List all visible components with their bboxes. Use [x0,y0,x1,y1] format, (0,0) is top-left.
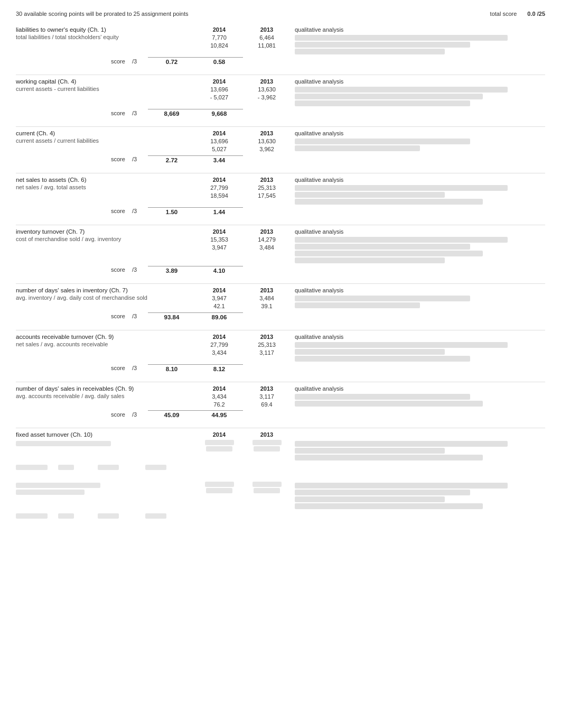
s9-score-row [16,464,545,471]
s7-score-denom: /3 [132,365,148,371]
s4-score2014: 1.50 [148,207,195,215]
s9-val2013-blur [243,440,291,451]
s4-year2013: 2013 [243,177,291,183]
s3-score-label: score [111,156,132,162]
s5-score-denom: /3 [132,266,148,273]
s7-year2014: 2014 [195,334,243,340]
s3-val2014: 13,696 5,027 [195,137,243,154]
s8-title: number of days' sales in receivables (Ch… [16,385,134,392]
s8-year2014: 2014 [195,385,243,392]
s2-val2014: 13,696 - 5,027 [195,86,243,102]
s4-score-denom: /3 [132,208,148,214]
s2-val2013: 13,630 - 3,962 [243,86,291,102]
s4-score-label: score [111,208,132,214]
total-score-value: 0.0 /25 [527,11,545,17]
s7-score-label: score [111,365,132,371]
s1-year2014: 2014 [195,26,243,33]
s7-score2013: 8.12 [195,364,243,372]
s5-year2013: 2013 [243,228,291,235]
section-liabilities-equity: liabilities to owner's equity (Ch. 1) 20… [16,26,545,69]
s2-score2013: 9,668 [195,109,243,117]
s5-val2014: 15,353 3,947 [195,236,243,252]
s5-score2014: 3.89 [148,266,195,274]
s8-val2014: 3,434 76.2 [195,393,243,409]
s5-score-label: score [111,266,132,273]
s8-val2013: 3,117 69.4 [243,393,291,409]
s2-year2014: 2014 [195,78,243,85]
top-bar: 30 available scoring points will be pror… [16,11,545,17]
s1-score-row: score /3 0.72 0.58 [16,57,545,65]
score-area: total score 0.0 /25 [490,11,545,17]
s5-formula: cost of merchandise sold / avg. inventor… [16,236,121,242]
s9-score-row2 [16,512,545,520]
s1-val2013: 6,464 11,081 [243,34,291,50]
section-days-sales-inventory: number of days' sales in inventory (Ch. … [16,287,545,325]
s6-score-denom: /3 [132,313,148,319]
s5-year2014: 2014 [195,228,243,235]
s9-val2014b-blur [195,482,243,493]
s4-formula: net sales / avg. total assets [16,184,86,190]
s8-year2013: 2013 [243,385,291,392]
s6-year2013: 2013 [243,287,291,293]
s5-score2013: 4.10 [195,266,243,274]
s6-formula: avg. inventory / avg. daily cost of merc… [16,294,147,301]
s7-qual-label: qualitative analysis [291,334,545,340]
s5-score-row: score /3 3.89 4.10 [16,266,545,274]
s7-formula: net sales / avg. accounts receivable [16,341,108,347]
s4-year2014: 2014 [195,177,243,183]
s5-val2013: 14,279 3,484 [243,236,291,252]
section-working-capital: working capital (Ch. 4) 2014 2013 qualit… [16,78,545,121]
s6-score2013: 89.06 [195,312,243,320]
s6-title: number of days' sales in inventory (Ch. … [16,287,128,293]
s8-score-denom: /3 [132,411,148,418]
s1-title: liabilities to owner's equity (Ch. 1) [16,26,106,33]
section-fixed-asset-turnover: fixed asset turnover (Ch. 10) 2014 2013 [16,431,545,524]
s3-score2013: 3.44 [195,155,243,163]
s4-qual-label: qualitative analysis [291,177,545,183]
s3-year2013: 2013 [243,130,291,136]
s3-score-row: score /3 2.72 3.44 [16,155,545,163]
s8-score-row: score /3 45.09 44.95 [16,410,545,418]
s8-qual-label: qualitative analysis [291,385,545,392]
s2-score-row: score /3 8,669 9,668 [16,109,545,117]
s7-year2013: 2013 [243,334,291,340]
s2-formula: current assets - current liabilities [16,86,99,92]
s4-qual-content [291,184,545,206]
s7-score-row: score /3 8.10 8.12 [16,364,545,372]
s9-formula2-blur [16,482,195,496]
s3-score2014: 2.72 [148,155,195,163]
s3-formula: current assets / current liabilities [16,137,99,144]
s1-qual-content [291,34,545,56]
s2-year2013: 2013 [243,78,291,85]
s2-score2014: 8,669 [148,109,195,117]
s1-val2014: 7,770 10,824 [195,34,243,50]
s2-qual-content [291,86,545,107]
s2-score-label: score [111,110,132,116]
s3-val2013: 13,630 3,962 [243,137,291,154]
s9-val2013b-blur [243,482,291,493]
s9-title: fixed asset turnover (Ch. 10) [16,431,92,438]
s8-score2014: 45.09 [148,410,195,418]
s3-qual-label: qualitative analysis [291,130,545,136]
s8-score-label: score [111,411,132,418]
s8-score2013: 44.95 [195,410,243,418]
s6-score-row: score /3 93.84 89.06 [16,312,545,320]
s1-score2014: 0.72 [148,57,195,65]
s1-qual-label: qualitative analysis [291,26,545,33]
s6-year2014: 2014 [195,287,243,293]
s3-score-denom: /3 [132,156,148,162]
s6-score2014: 93.84 [148,312,195,320]
s5-qual-label: qualitative analysis [291,228,545,235]
section-net-sales-assets: net sales to assets (Ch. 6) 2014 2013 qu… [16,177,545,219]
s6-qual-content [291,294,545,309]
s4-val2014: 27,799 18,594 [195,184,243,200]
s8-formula: avg. accounts receivable / avg. daily sa… [16,393,124,399]
s2-score-denom: /3 [132,110,148,116]
s8-qual-content [291,393,545,408]
s6-score-label: score [111,313,132,319]
s1-score-denom: /3 [132,58,148,64]
s5-qual-content [291,236,545,264]
section-current: current (Ch. 4) 2014 2013 qualitative an… [16,130,545,168]
s4-score2013: 1.44 [195,207,243,215]
s7-title: accounts receivable turnover (Ch. 9) [16,334,114,340]
